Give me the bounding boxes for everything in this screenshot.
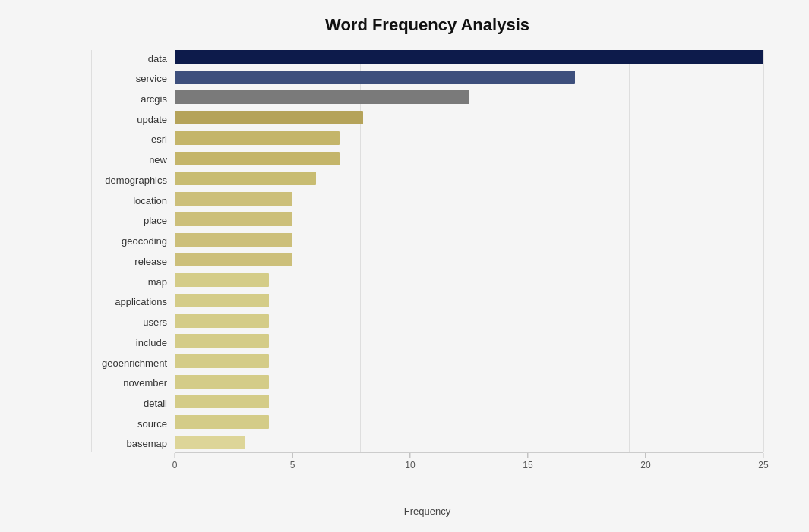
bar-wrapper [175,375,763,392]
table-row: applications [91,294,763,310]
bar [175,152,340,165]
bar-label: esri [91,134,175,145]
bar-wrapper [175,152,763,168]
bar-label: update [91,114,175,125]
chart-title: Word Frequency Analysis [91,15,763,35]
x-tick-label: 10 [405,460,415,471]
table-row: source [91,415,763,432]
x-tick-label: 15 [523,460,532,471]
table-row: november [91,375,763,392]
table-row: data [91,50,763,67]
x-tick: 15 [523,453,532,471]
table-row: detail [91,395,763,411]
x-tick-line [409,453,410,458]
x-tick: 10 [405,453,415,471]
bar [175,294,269,307]
bar-wrapper [175,111,763,127]
bar-label: users [91,316,175,328]
bar-label: applications [91,296,175,307]
x-tick-line [292,453,293,458]
bar-wrapper [175,253,763,269]
x-tick-label: 20 [640,460,650,471]
bar-label: map [91,276,175,288]
x-axis: 0510152025 [175,452,763,483]
bar [175,90,469,104]
table-row: service [91,71,763,87]
bar [175,172,316,185]
x-tick: 0 [172,453,178,471]
table-row: geoenrichment [91,354,763,371]
bar-wrapper [175,314,763,331]
bar [175,354,269,368]
chart-container: Word Frequency Analysis dataservicearcgi… [0,0,809,532]
table-row: new [91,152,763,168]
chart-area: dataservicearcgisupdateesrinewdemographi… [91,50,763,483]
table-row: location [91,192,763,209]
bar-label: place [91,215,175,226]
bar [175,415,269,429]
bar-label: november [91,377,175,389]
bar-wrapper [175,90,763,107]
table-row: update [91,111,763,127]
table-row: arcgis [91,90,763,107]
x-tick: 25 [758,453,768,471]
bar [175,314,269,328]
x-tick-line [175,453,175,458]
bar-label: geocoding [91,235,175,247]
x-tick-label: 0 [172,460,178,471]
bar [175,334,269,348]
bar [175,436,245,449]
bar-label: source [91,418,175,430]
bar [175,50,763,64]
bar [175,253,292,266]
x-tick-line [763,453,763,458]
bar-wrapper [175,334,763,351]
bar [175,212,292,226]
bar-wrapper [175,131,763,148]
bar-label: demographics [91,175,175,186]
table-row: include [91,334,763,351]
bar-wrapper [175,192,763,209]
bar [175,111,363,124]
bar-label: geoenrichment [91,357,175,369]
bar [175,375,269,389]
bar-label: location [91,195,175,206]
bar-label: arcgis [91,93,175,105]
x-tick-label: 5 [290,460,295,471]
bar [175,233,292,247]
bar-label: data [91,53,175,65]
table-row: geocoding [91,233,763,250]
bar-label: service [91,73,175,84]
x-tick: 5 [290,453,295,471]
x-tick-line [645,453,646,458]
x-axis-title: Frequency [91,505,763,517]
x-tick: 20 [640,453,650,471]
table-row: users [91,314,763,331]
bar [175,395,269,408]
bars-section: dataservicearcgisupdateesrinewdemographi… [91,50,763,452]
bar-wrapper [175,71,763,87]
bar-label: basemap [91,438,175,449]
bar-wrapper [175,50,763,67]
bar-label: new [91,154,175,165]
x-tick-line [527,453,528,458]
bar-wrapper [175,436,763,452]
table-row: demographics [91,172,763,188]
bar-wrapper [175,212,763,229]
bar-wrapper [175,233,763,250]
x-tick-label: 25 [758,460,768,471]
bar-wrapper [175,172,763,188]
bar-wrapper [175,395,763,411]
table-row: map [91,273,763,290]
bar-wrapper [175,273,763,290]
bar [175,131,340,145]
bar-wrapper [175,294,763,310]
table-row: place [91,212,763,229]
bar-wrapper [175,354,763,371]
table-row: basemap [91,436,763,452]
table-row: esri [91,131,763,148]
bar [175,192,292,206]
table-row: release [91,253,763,269]
bar-wrapper [175,415,763,432]
bar-label: include [91,337,175,348]
